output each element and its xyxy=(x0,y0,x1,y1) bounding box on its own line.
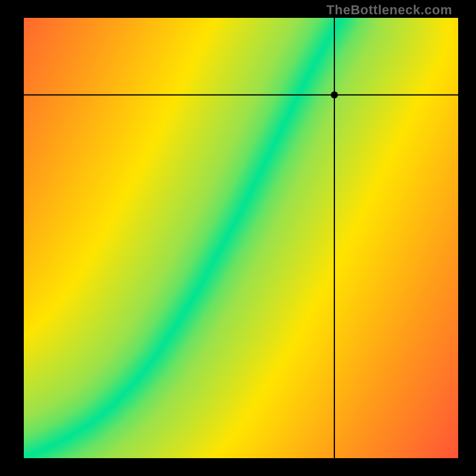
watermark-text: TheBottleneck.com xyxy=(327,2,452,18)
bottleneck-heatmap xyxy=(0,0,476,476)
